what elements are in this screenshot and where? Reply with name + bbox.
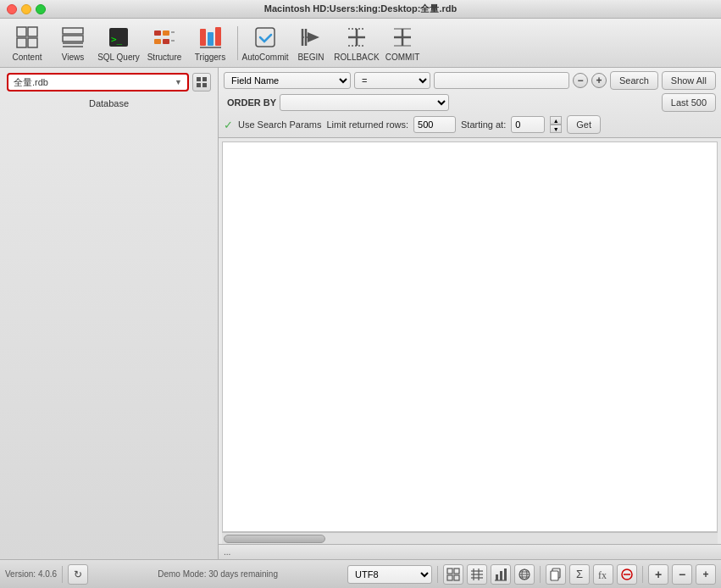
bottom-sep-3 <box>540 566 541 583</box>
svg-marker-24 <box>308 32 319 42</box>
bottom-sep-4 <box>642 566 643 583</box>
globe-button[interactable] <box>514 564 535 585</box>
search-params-row: ✓ Use Search Params Limit returned rows:… <box>224 115 716 134</box>
no-entry-icon <box>620 568 634 581</box>
order-by-label: ORDER BY <box>227 97 276 108</box>
stepper-up-button[interactable]: ▲ <box>550 116 562 125</box>
function-button[interactable]: fx <box>593 564 613 585</box>
zoom-reset-button[interactable]: + <box>696 564 716 585</box>
close-button[interactable] <box>7 4 17 14</box>
content-icon <box>14 24 41 51</box>
begin-label: BEGIN <box>297 53 324 62</box>
svg-rect-13 <box>163 39 169 44</box>
status-bar: ... <box>219 544 721 559</box>
zoom-in-button[interactable]: + <box>648 564 668 585</box>
begin-button[interactable]: BEGIN <box>289 23 333 64</box>
chart-button[interactable] <box>491 564 511 585</box>
triggers-icon <box>197 24 224 51</box>
right-panel: Field Name = != < > LIKE − + Search Show… <box>219 68 721 559</box>
function-icon: fx <box>596 568 610 581</box>
stepper-control[interactable]: ▲ ▼ <box>550 116 562 133</box>
svg-rect-56 <box>551 571 558 580</box>
svg-rect-47 <box>500 571 502 580</box>
svg-rect-20 <box>256 28 275 47</box>
table-view-button[interactable] <box>443 564 463 585</box>
search-button[interactable]: Search <box>610 71 658 90</box>
search-area: Field Name = != < > LIKE − + Search Show… <box>219 68 721 138</box>
svg-rect-3 <box>28 38 37 47</box>
data-area <box>222 141 718 532</box>
operator-select[interactable]: = != < > LIKE <box>354 72 430 89</box>
scrollbar-thumb[interactable] <box>224 535 325 543</box>
left-panel: 全量.rdb ▼ Database <box>0 68 219 559</box>
toolbar-separator-1 <box>237 26 238 60</box>
show-all-button[interactable]: Show All <box>662 71 716 90</box>
limit-label: Limit returned rows: <box>326 119 408 130</box>
grid-icon <box>196 76 208 88</box>
autocommit-button[interactable]: AutoCommit <box>243 23 287 64</box>
structure-button[interactable]: Structure <box>142 23 186 64</box>
svg-text:>_: >_ <box>111 34 123 45</box>
copy-button[interactable] <box>546 564 566 585</box>
svg-rect-16 <box>200 29 206 46</box>
window-controls[interactable] <box>7 4 46 14</box>
db-selector: 全量.rdb ▼ <box>0 68 218 97</box>
db-select-arrow-icon: ▼ <box>175 78 182 86</box>
order-by-select[interactable] <box>280 94 449 111</box>
db-select-box[interactable]: 全量.rdb ▼ <box>7 73 189 92</box>
svg-rect-40 <box>454 575 459 580</box>
encoding-select[interactable]: UTF8 <box>347 565 432 584</box>
get-button[interactable]: Get <box>567 115 601 134</box>
no-entry-button[interactable] <box>617 564 637 585</box>
zoom-out-button[interactable]: − <box>672 564 692 585</box>
db-label: Database <box>0 97 218 112</box>
maximize-button[interactable] <box>36 4 46 14</box>
views-icon <box>59 24 86 51</box>
svg-rect-34 <box>202 77 207 81</box>
globe-icon <box>518 568 531 581</box>
svg-rect-11 <box>163 31 169 36</box>
limit-input[interactable] <box>413 116 456 133</box>
svg-rect-46 <box>496 574 498 580</box>
use-search-params-checkmark: ✓ <box>224 119 233 131</box>
rollback-label: ROLLBACK <box>334 53 379 62</box>
stepper-down-button[interactable]: ▼ <box>550 125 562 133</box>
structure-label: Structure <box>147 53 182 62</box>
plus-filter-button[interactable]: + <box>591 73 607 88</box>
triggers-label: Triggers <box>195 53 225 62</box>
svg-rect-35 <box>197 83 201 87</box>
zoom-out-icon: − <box>679 568 685 581</box>
commit-button[interactable]: COMMIT <box>380 23 424 64</box>
minimize-button[interactable] <box>21 4 31 14</box>
db-icon-button[interactable] <box>192 73 211 92</box>
starting-at-input[interactable] <box>511 116 545 133</box>
starting-at-label: Starting at: <box>461 119 506 130</box>
horizontal-scrollbar[interactable] <box>222 532 718 544</box>
order-by-row: ORDER BY Last 500 <box>224 93 716 112</box>
svg-rect-2 <box>17 38 26 47</box>
svg-rect-33 <box>197 77 201 81</box>
list-view-button[interactable] <box>467 564 487 585</box>
rollback-button[interactable]: ROLLBACK <box>335 23 379 64</box>
views-label: Views <box>62 53 85 62</box>
views-button[interactable]: Views <box>51 23 95 64</box>
minus-filter-button[interactable]: − <box>573 73 588 88</box>
sql-query-button[interactable]: >_ SQL Query <box>97 23 141 64</box>
triggers-button[interactable]: Triggers <box>188 23 232 64</box>
autocommit-label: AutoCommit <box>242 53 289 62</box>
rollback-icon <box>343 24 370 51</box>
structure-icon <box>151 24 178 51</box>
field-name-select[interactable]: Field Name <box>224 72 351 89</box>
content-button[interactable]: Content <box>5 23 49 64</box>
sigma-button[interactable]: Σ <box>569 564 590 585</box>
last-500-button[interactable]: Last 500 <box>662 93 716 112</box>
demo-mode-label: Demo Mode: 30 days remaining <box>158 569 278 579</box>
autocommit-icon <box>252 24 279 51</box>
list-view-icon <box>470 568 484 581</box>
filter-value-input[interactable] <box>434 72 569 89</box>
svg-rect-1 <box>28 27 37 36</box>
bottom-toolbar: Version: 4.0.6 ↻ Demo Mode: 30 days rema… <box>0 559 721 588</box>
version-label: Version: 4.0.6 <box>5 569 57 579</box>
refresh-button[interactable]: ↻ <box>68 564 88 585</box>
svg-rect-39 <box>447 575 452 580</box>
